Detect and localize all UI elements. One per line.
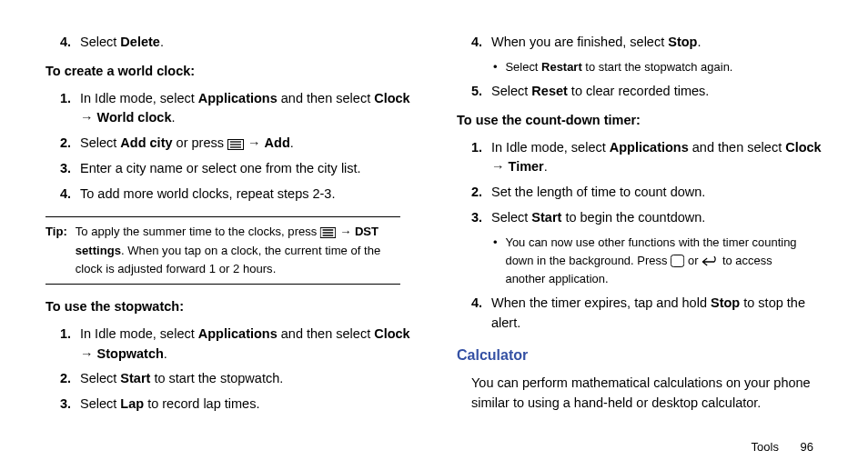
step-number: 1. <box>60 325 80 365</box>
left-column: 4. Select Delete. To create a world cloc… <box>45 27 420 452</box>
home-icon <box>671 255 684 267</box>
menu-icon <box>227 139 244 150</box>
paragraph: You can perform mathematical calculation… <box>471 374 823 414</box>
list-item: 3. Select Lap to record lap times. <box>60 395 411 415</box>
back-icon <box>701 256 719 267</box>
step-number: 3. <box>60 159 80 179</box>
list-item: 2. Select Add city or press → Add. <box>60 134 411 154</box>
step-number: 3. <box>60 395 80 415</box>
step-number: 5. <box>471 82 491 102</box>
step-body: In Idle mode, select Applications and th… <box>491 138 823 178</box>
step-body: Select Delete. <box>80 33 411 53</box>
list-item: 4. Select Delete. <box>60 33 411 53</box>
footer-page-number: 96 <box>801 440 813 454</box>
step-number: 2. <box>60 134 80 154</box>
step-body: Select Start to start the stopwatch. <box>80 369 411 389</box>
step-number: 4. <box>471 33 491 53</box>
step-body: Select Add city or press → Add. <box>80 134 411 154</box>
step-body: Select Reset to clear recorded times. <box>491 82 823 102</box>
list-item: 1. In Idle mode, select Applications and… <box>60 325 411 365</box>
right-column: 4. When you are finished, select Stop. •… <box>448 27 823 452</box>
section-title-calculator: Calculator <box>457 345 823 366</box>
step-number: 4. <box>471 294 491 334</box>
step-number: 4. <box>60 33 80 53</box>
step-number: 4. <box>60 185 80 205</box>
step-number: 1. <box>60 89 80 129</box>
step-body: Select Start to begin the countdown. <box>491 208 823 228</box>
list-item: 5. Select Reset to clear recorded times. <box>471 82 823 102</box>
menu-icon <box>320 227 336 238</box>
step-number: 2. <box>60 369 80 389</box>
subheading-timer: To use the count-down timer: <box>457 111 823 131</box>
step-body: Enter a city name or select one from the… <box>80 159 411 179</box>
svg-rect-8 <box>671 255 683 266</box>
step-body: To add more world clocks, repeat steps 2… <box>80 185 411 205</box>
list-item: 4. To add more world clocks, repeat step… <box>60 185 411 205</box>
step-number: 1. <box>471 138 491 178</box>
step-body: Select Lap to record lap times. <box>80 395 411 415</box>
bullet: • <box>493 58 505 76</box>
page-footer: Tools 96 <box>752 440 813 454</box>
tip-body: To apply the summer time to the clocks, … <box>76 223 400 278</box>
list-item: 1. In Idle mode, select Applications and… <box>471 138 823 178</box>
page-content: 4. Select Delete. To create a world cloc… <box>0 0 868 470</box>
sub-body: Select Restart to start the stopwatch ag… <box>505 58 732 76</box>
list-item: 3. Enter a city name or select one from … <box>60 159 411 179</box>
step-body: Set the length of time to count down. <box>491 183 823 203</box>
sub-list-item: • Select Restart to start the stopwatch … <box>493 58 810 76</box>
footer-section: Tools <box>752 440 779 454</box>
step-body: In Idle mode, select Applications and th… <box>80 89 411 129</box>
step-body: When you are finished, select Stop. <box>491 33 823 53</box>
list-item: 1. In Idle mode, select Applications and… <box>60 89 411 129</box>
step-number: 3. <box>471 208 491 228</box>
list-item: 2. Select Start to start the stopwatch. <box>60 369 411 389</box>
step-number: 2. <box>471 183 491 203</box>
tip-box: Tip: To apply the summer time to the clo… <box>45 216 400 285</box>
list-item: 2. Set the length of time to count down. <box>471 183 823 203</box>
sub-body: You can now use other functions with the… <box>505 234 809 289</box>
bullet: • <box>493 234 505 289</box>
tip-label: Tip: <box>45 223 72 241</box>
subheading-stopwatch: To use the stopwatch: <box>45 297 411 317</box>
subheading-world-clock: To create a world clock: <box>45 62 411 82</box>
list-item: 4. When you are finished, select Stop. <box>471 33 823 53</box>
list-item: 4. When the timer expires, tap and hold … <box>471 294 823 334</box>
list-item: 3. Select Start to begin the countdown. <box>471 208 823 228</box>
step-body: In Idle mode, select Applications and th… <box>80 325 411 365</box>
sub-list-item: • You can now use other functions with t… <box>493 234 810 289</box>
step-body: When the timer expires, tap and hold Sto… <box>491 294 823 334</box>
